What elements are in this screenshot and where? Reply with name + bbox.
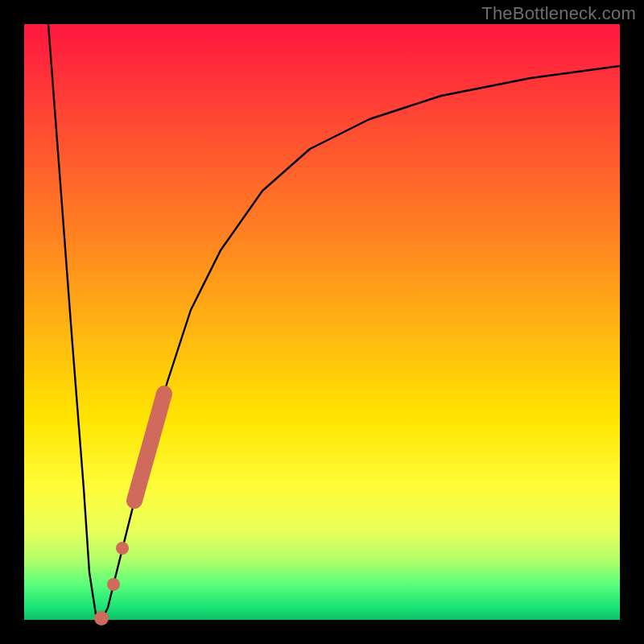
chart-svg	[24, 24, 620, 620]
highlight-segment-upper	[134, 394, 164, 501]
highlight-dot-c	[94, 611, 109, 625]
chart-frame: TheBottleneck.com	[0, 0, 644, 644]
plot-area	[24, 24, 620, 620]
highlight-dot-b	[107, 578, 120, 591]
highlight-dot-a	[116, 542, 129, 555]
bottleneck-curve	[48, 24, 620, 620]
watermark-text: TheBottleneck.com	[481, 3, 636, 24]
